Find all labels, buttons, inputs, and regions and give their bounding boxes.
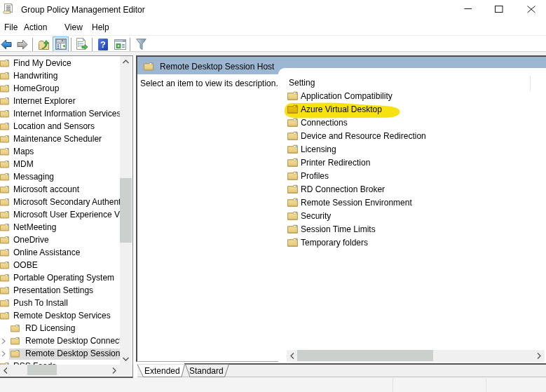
svg-text:?: ? — [100, 39, 106, 50]
